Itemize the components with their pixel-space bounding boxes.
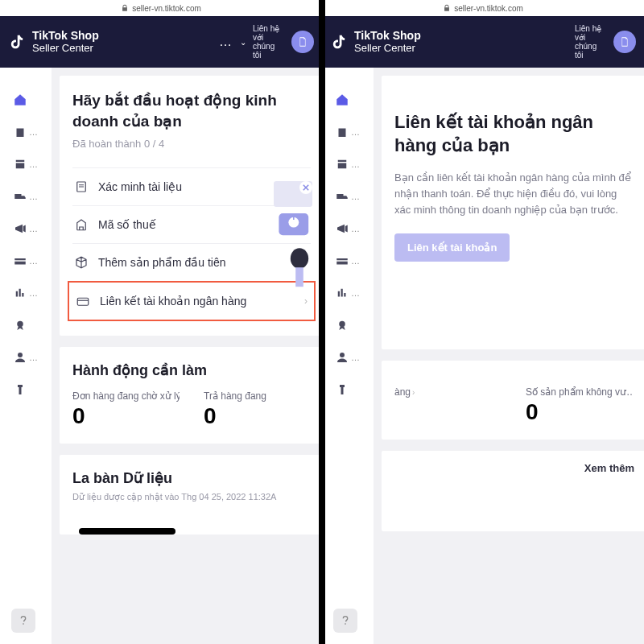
sidebar-item-shipping[interactable]: … [3,182,48,211]
step-label: Xác minh tài liệu [98,180,182,193]
chevron-right-icon: › [304,295,308,307]
help-button[interactable] [333,609,357,633]
stat-products[interactable]: Số sản phẩm không vư… 0 [526,386,633,425]
see-more-link[interactable]: Xem thêm [584,462,634,474]
step-label: Mã số thuế [98,218,156,231]
sidebar-item-account[interactable]: … [3,343,48,372]
svg-point-0 [17,321,23,328]
avatar[interactable] [613,31,636,53]
redaction-bar [79,528,175,535]
brand-line1: TikTok Shop [354,30,421,42]
compass-title: La bàn Dữ liệu [72,469,311,487]
svg-rect-9 [77,299,89,306]
onboarding-card: Hãy bắt đầu hoạt động kinh doanh của bạn… [60,76,322,336]
stat-value: 0 [526,399,633,425]
stat-returns[interactable]: Trả hàng đang 0 [204,390,311,429]
stat-value: 0 [204,403,311,429]
sidebar-item-home[interactable] [325,85,370,114]
sidebar-item-finance[interactable]: … [3,246,48,275]
address-bar: seller-vn.tiktok.com [322,0,644,16]
data-compass-card: Xem thêm [382,451,644,531]
bank-link-title: Liên kết tài khoản ngân hàng của bạn [394,111,633,157]
sidebar-item-achievement[interactable] [3,311,48,340]
todo-card: àng› Số sản phẩm không vư… 0 [382,361,644,440]
onboarding-progress: Đã hoàn thành 0 / 4 [72,138,311,150]
stat-clip[interactable]: àng› [394,386,502,425]
sidebar-item-analytics[interactable]: … [325,279,370,308]
panel-divider [319,0,325,644]
sidebar-item-home[interactable] [3,85,48,114]
sidebar-item-products[interactable]: … [325,118,370,147]
sidebar-item-reward[interactable] [3,375,48,404]
sidebar-item-reward[interactable] [325,375,370,404]
header-caret-icon[interactable]: ⌄ [240,38,246,47]
svg-point-6 [291,248,308,269]
onboarding-title: Hãy bắt đầu hoạt động kinh doanh của bạn [72,90,311,131]
header-more-icon[interactable]: … [219,35,233,49]
main-content: Liên kết tài khoản ngân hàng của bạn Bạn… [374,68,644,644]
todo-card: Hành động cần làm Đơn hàng đang chờ xử l… [60,347,322,444]
sidebar-item-products[interactable]: … [3,118,48,147]
sidebar-item-marketing[interactable]: … [325,214,370,243]
avatar[interactable] [291,31,314,53]
sidebar-item-achievement[interactable] [325,311,370,340]
todo-title: Hành động cần làm [72,361,311,379]
step-label: Thêm sản phẩm đầu tiên [98,256,226,269]
sidebar-item-analytics[interactable]: … [3,279,48,308]
url-text: seller-vn.tiktok.com [454,4,523,13]
stat-value: 0 [72,403,180,429]
tiktok-logo-icon [330,33,348,51]
step-label: Liên kết tài khoản ngân hàng [100,295,246,308]
help-button[interactable] [11,609,35,633]
svg-point-10 [339,321,345,328]
sidebar-item-orders[interactable]: … [3,150,48,179]
svg-rect-7 [295,267,303,287]
header: TikTok Shop Seller Center Liên hệ với ch… [322,16,644,68]
contact-link[interactable]: Liên hệ với chúng tôi [253,24,285,60]
onboarding-illustration-icon [267,172,322,293]
bank-link-desc: Bạn cần liên kết tài khoản ngân hàng của… [394,170,633,218]
brand-block: TikTok Shop Seller Center [354,30,421,54]
brand-line2: Seller Center [354,42,421,54]
svg-point-1 [18,353,23,357]
svg-point-11 [340,353,345,357]
main-content: Hãy bắt đầu hoạt động kinh doanh của bạn… [52,68,322,644]
brand-line2: Seller Center [32,42,99,54]
sidebar-item-account[interactable]: … [325,343,370,372]
sidebar: … … … … … … … [0,68,52,644]
data-compass-card: La bàn Dữ liệu Dữ liệu được cập nhật vào… [60,455,322,535]
compass-updated: Dữ liệu được cập nhật vào Thg 04 25, 202… [72,492,311,502]
link-account-button[interactable]: Liên kết tài khoản [394,233,510,262]
brand-line1: TikTok Shop [32,30,99,42]
sidebar: … … … … … … … [322,68,374,644]
sidebar-item-shipping[interactable]: … [325,182,370,211]
url-text: seller-vn.tiktok.com [132,4,201,13]
stat-pending-orders[interactable]: Đơn hàng đang chờ xử lý› 0 [72,390,180,429]
bank-link-card: Liên kết tài khoản ngân hàng của bạn Bạn… [382,76,644,349]
header: TikTok Shop Seller Center … ⌄ Liên hệ vớ… [0,16,322,68]
sidebar-item-marketing[interactable]: … [3,214,48,243]
tiktok-logo-icon [8,33,26,51]
contact-link[interactable]: Liên hệ với chúng tôi [575,24,607,60]
sidebar-item-orders[interactable]: … [325,150,370,179]
address-bar: seller-vn.tiktok.com [0,0,322,16]
sidebar-item-finance[interactable]: … [325,246,370,275]
brand-block: TikTok Shop Seller Center [32,30,99,54]
